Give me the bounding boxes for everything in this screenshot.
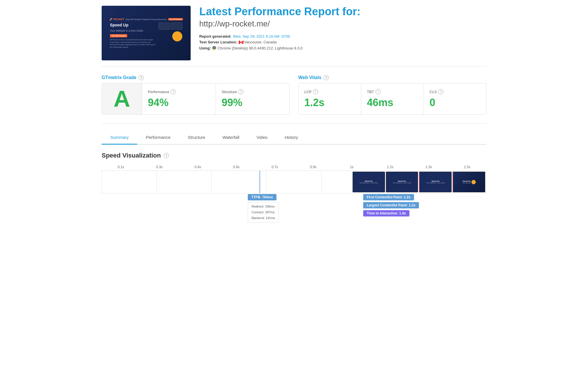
timeline-label-5: 0.9s <box>294 165 332 169</box>
structure-label: Structure <box>222 90 237 94</box>
report-info: Latest Performance Report for: http://wp… <box>199 6 486 50</box>
speed-visualization-section: Speed Visualization ? 0.1s 0.3s 0.4s 0.6… <box>102 152 486 231</box>
cls-metric: CLS ? 0 <box>424 83 486 114</box>
gtmetrix-grade-box: A Performance ? 94% Structure ? <box>102 83 290 115</box>
backend-label: Backend: 141ms <box>252 215 275 221</box>
site-preview-image: 🚀 ROCKET Why WP Rocket? Features Pricing… <box>102 6 191 60</box>
server-value: Vancouver, Canada <box>244 40 276 44</box>
timeline-label-0: 0.1s <box>102 165 140 169</box>
segment-1 <box>157 171 212 193</box>
lcp-tooltip: Largest Contentful Paint: 1.2s <box>363 202 419 208</box>
ttfb-tooltip: TTFB: 764ms <box>248 194 276 200</box>
cls-help-icon[interactable]: ? <box>438 89 443 94</box>
web-vitals-title: Web Vitals ? <box>298 75 486 80</box>
web-vitals-help-icon[interactable]: ? <box>324 75 329 80</box>
report-title: Latest Performance Report for: <box>199 6 486 18</box>
tbt-metric: TBT ? 46ms <box>361 83 424 114</box>
structure-metric: Structure ? 99% <box>216 83 289 114</box>
structure-value: 99% <box>222 97 284 109</box>
timeline-label-6: 1s <box>332 165 371 169</box>
connect-label: Connect: 287ms <box>252 210 275 215</box>
timeline-label-8: 1.3s <box>409 165 448 169</box>
using-value: Chrome (Desktop) 90.0.4430.212, Lighthou… <box>217 46 302 50</box>
performance-help-icon[interactable]: ? <box>171 89 176 94</box>
gtmetrix-help-icon[interactable]: ? <box>139 75 144 80</box>
gtmetrix-grade-card: GTmetrix Grade ? A Performance ? 94% <box>102 75 290 115</box>
using-label: Using: <box>199 46 211 50</box>
generated-value: Wed, Sep 29, 2021 6:18 AM -0700 <box>233 34 290 39</box>
timeline-label-3: 0.6s <box>217 165 256 169</box>
tbt-label: TBT <box>367 90 374 94</box>
tab-history[interactable]: History <box>276 131 307 145</box>
timeline-container: Speed Up Your Website in a Few Clicks Sp… <box>102 170 486 231</box>
performance-label: Performance <box>148 90 169 94</box>
screenshot-1: Speed Up Your Website in a Few Clicks <box>353 172 385 192</box>
chrome-icon <box>212 46 216 50</box>
ttfb-detail: Redirect: 336ms Connect: 287ms Backend: … <box>248 202 279 223</box>
report-generated-row: Report generated: Wed, Sep 29, 2021 6:18… <box>199 34 486 39</box>
lcp-metric: LCP ? 1.2s <box>299 83 361 114</box>
tab-summary[interactable]: Summary <box>102 131 137 145</box>
generated-label: Report generated: <box>199 34 231 39</box>
redirect-label: Redirect: 336ms <box>252 204 275 210</box>
screenshot-2: Speed Up Your Website in a Few Clicks <box>386 172 418 192</box>
report-using-row: Using: Chrome (Desktop) 90.0.4430.212, L… <box>199 46 486 50</box>
tooltips-area: TTFB: 764ms Redirect: 336ms Connect: 287… <box>102 194 486 231</box>
screenshots-area: Speed Up Your Website in a Few Clicks Sp… <box>352 171 486 193</box>
segment-0 <box>102 171 157 193</box>
web-vitals-card: Web Vitals ? LCP ? 1.2s TBT ? 46ms <box>298 75 486 115</box>
tab-video[interactable]: Video <box>248 131 276 145</box>
timeline-label-7: 1.2s <box>371 165 409 169</box>
speed-viz-help-icon[interactable]: ? <box>164 153 169 158</box>
cls-value: 0 <box>430 97 480 109</box>
tab-structure[interactable]: Structure <box>179 131 214 145</box>
grades-section: GTmetrix Grade ? A Performance ? 94% <box>102 75 486 115</box>
performance-metric: Performance ? 94% <box>142 83 216 114</box>
timeline-bar: Speed Up Your Website in a Few Clicks Sp… <box>102 170 486 193</box>
screenshot-4: Speed Up Your Website <box>452 172 485 192</box>
structure-help-icon[interactable]: ? <box>238 89 243 94</box>
tbt-help-icon[interactable]: ? <box>376 89 381 94</box>
lcp-help-icon[interactable]: ? <box>313 89 318 94</box>
ttfb-marker <box>260 171 260 193</box>
timeline-label-9: 1.5s <box>448 165 486 169</box>
timeline-labels: 0.1s 0.3s 0.4s 0.6s 0.7s 0.9s 1s 1.2s 1.… <box>102 165 486 169</box>
report-url: http://wp-rocket.me/ <box>199 19 486 28</box>
grade-letter: A <box>102 83 142 114</box>
grade-metrics: Performance ? 94% Structure ? 99% <box>142 83 289 114</box>
fcp-tooltip: First Contentful Paint: 1.2s <box>363 194 414 200</box>
flag-icon: 🇨🇦 Vancouver, Canada <box>239 40 276 45</box>
web-vitals-box: LCP ? 1.2s TBT ? 46ms CLS ? <box>298 83 486 115</box>
tab-waterfall[interactable]: Waterfall <box>214 131 248 145</box>
performance-value: 94% <box>148 97 210 109</box>
segment-3 <box>266 171 321 193</box>
timeline-label-2: 0.4s <box>179 165 217 169</box>
server-label: Test Server Location: <box>199 40 237 45</box>
tabs-list: Summary Performance Structure Waterfall … <box>102 131 486 144</box>
gtmetrix-grade-title: GTmetrix Grade ? <box>102 75 290 80</box>
segment-2 <box>212 171 266 193</box>
lcp-value: 1.2s <box>304 97 355 109</box>
report-meta: Report generated: Wed, Sep 29, 2021 6:18… <box>199 34 486 50</box>
speed-viz-title: Speed Visualization ? <box>102 152 486 159</box>
lcp-label: LCP <box>304 90 312 94</box>
tti-tooltip: Time to Interactive: 1.4s <box>363 210 409 216</box>
screenshot-3: Speed Up Your Website in a Few Clicks <box>419 172 452 192</box>
tabs-section: Summary Performance Structure Waterfall … <box>102 131 486 145</box>
timeline-label-4: 0.7s <box>256 165 294 169</box>
tab-performance[interactable]: Performance <box>137 131 179 145</box>
tbt-value: 46ms <box>367 97 418 109</box>
report-server-row: Test Server Location: 🇨🇦 Vancouver, Cana… <box>199 40 486 45</box>
cls-label: CLS <box>430 90 437 94</box>
timeline-label-1: 0.3s <box>140 165 179 169</box>
browser-info: Chrome (Desktop) 90.0.4430.212, Lighthou… <box>212 46 302 50</box>
